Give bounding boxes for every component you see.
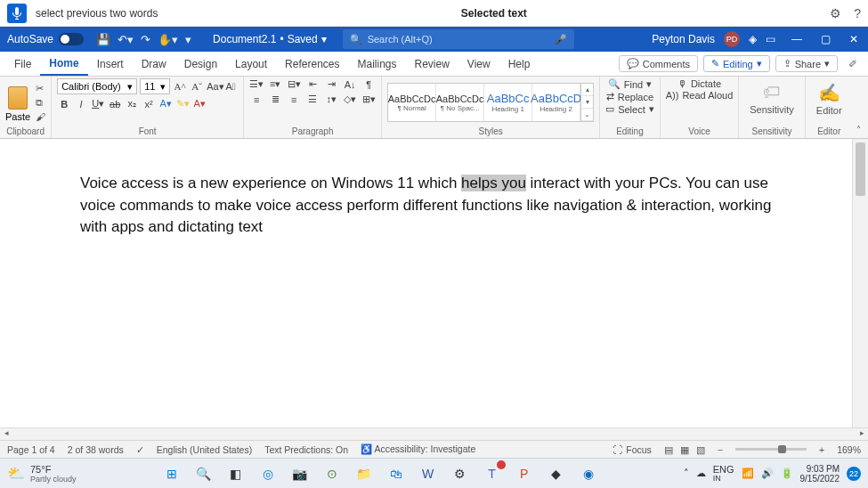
style-heading2[interactable]: AaBbCcDHeading 2	[532, 84, 580, 121]
editing-mode-button[interactable]: ✎ Editing ▾	[703, 55, 770, 72]
style-normal[interactable]: AaBbCcDc¶ Normal	[388, 84, 436, 121]
increase-indent-icon[interactable]: ⇥	[324, 78, 338, 90]
wifi-icon[interactable]: 📶	[742, 468, 754, 479]
paragraph[interactable]: Voice access is a new experience on Wind…	[80, 173, 772, 239]
undo-icon[interactable]: ↶▾	[118, 33, 134, 46]
store-icon[interactable]: 🛍	[385, 462, 408, 485]
battery-icon[interactable]: 🔋	[781, 468, 793, 479]
change-case-icon[interactable]: Aa▾	[207, 81, 221, 93]
clock[interactable]: 9:03 PM 9/15/2022	[800, 464, 840, 484]
tab-draw[interactable]: Draw	[133, 52, 175, 76]
comment-pane-icon[interactable]: ✐	[843, 58, 863, 70]
close-button[interactable]: ✕	[840, 33, 868, 45]
autosave-toggle[interactable]: AutoSave	[0, 33, 91, 45]
sort-icon[interactable]: A↓	[343, 79, 357, 90]
borders-icon[interactable]: ⊞▾	[361, 94, 376, 105]
microphone-icon[interactable]	[7, 4, 27, 23]
text-effects-icon[interactable]: A▾	[158, 98, 173, 110]
style-gallery-more[interactable]: ▴▾⌄	[580, 84, 593, 121]
tab-review[interactable]: Review	[406, 52, 458, 76]
camera-icon[interactable]: 📷	[288, 462, 312, 485]
select-button[interactable]: ▭ Select ▾	[605, 103, 654, 115]
start-icon[interactable]: ⊞	[160, 462, 183, 485]
tab-layout[interactable]: Layout	[226, 52, 276, 76]
dictate-button[interactable]: 🎙 Dictate	[677, 78, 721, 89]
edge-icon[interactable]: ◎	[256, 462, 280, 485]
word-count[interactable]: 2 of 38 words	[68, 444, 124, 455]
powerpoint-icon[interactable]: P	[513, 462, 536, 485]
spellcheck-icon[interactable]: ✓	[136, 444, 144, 455]
tab-file[interactable]: File	[5, 52, 40, 76]
app-icon-2[interactable]: ◉	[577, 462, 600, 485]
format-painter-icon[interactable]: 🖌	[36, 111, 45, 122]
read-mode-icon[interactable]: ▤	[664, 444, 673, 455]
onedrive-icon[interactable]: ☁	[696, 468, 706, 479]
numbering-icon[interactable]: ≡▾	[268, 78, 282, 90]
present-icon[interactable]: ▭	[766, 33, 775, 45]
help-icon[interactable]: ?	[854, 6, 861, 20]
user-name[interactable]: Peyton Davis	[652, 33, 715, 45]
copy-icon[interactable]: ⧉	[36, 97, 45, 109]
font-name-select[interactable]: Calibri (Body)▾	[57, 78, 137, 94]
tab-help[interactable]: Help	[499, 52, 539, 76]
bullets-icon[interactable]: ☰▾	[249, 78, 264, 90]
task-view-icon[interactable]: ◧	[224, 462, 247, 485]
weather-widget[interactable]: ⛅ 75°F Partly cloudy	[7, 464, 77, 484]
replace-button[interactable]: ⇄ Replace	[606, 91, 653, 102]
language-indicator[interactable]: English (United States)	[157, 444, 252, 455]
find-button[interactable]: 🔍 Find ▾	[608, 78, 652, 90]
page-indicator[interactable]: Page 1 of 4	[7, 444, 55, 455]
settings-icon[interactable]: ⚙	[449, 462, 472, 485]
superscript-icon[interactable]: x²	[142, 99, 156, 110]
shrink-font-icon[interactable]: A˘	[190, 81, 204, 92]
tab-home[interactable]: Home	[40, 52, 87, 76]
collapse-ribbon-icon[interactable]: ˄	[853, 77, 865, 138]
save-icon[interactable]: 💾	[96, 33, 110, 46]
qat-customize-icon[interactable]: ▾	[185, 33, 191, 46]
tab-references[interactable]: References	[276, 52, 348, 76]
zoom-level[interactable]: 169%	[837, 444, 861, 455]
scroll-track[interactable]	[12, 428, 856, 440]
clear-format-icon[interactable]: A⃠	[223, 81, 238, 92]
line-spacing-icon[interactable]: ↕▾	[324, 94, 338, 105]
scroll-left-icon[interactable]: ◂	[0, 428, 12, 440]
tab-insert[interactable]: Insert	[88, 52, 133, 76]
zoom-out-icon[interactable]: −	[718, 444, 723, 455]
minimize-button[interactable]: —	[783, 33, 811, 45]
search-icon[interactable]: 🔍	[192, 462, 215, 485]
zoom-slider[interactable]	[735, 448, 807, 451]
underline-icon[interactable]: U▾	[91, 98, 105, 110]
sensitivity-button[interactable]: 🏷 Sensitivity	[744, 78, 799, 126]
bold-icon[interactable]: B	[57, 99, 71, 110]
redo-icon[interactable]: ↷	[141, 33, 150, 46]
diamond-icon[interactable]: ◈	[749, 33, 757, 45]
word-icon[interactable]: W	[417, 462, 440, 485]
tab-mailings[interactable]: Mailings	[348, 52, 405, 76]
comments-button[interactable]: 💬 Comments	[619, 55, 698, 72]
microphone-icon[interactable]: 🎤	[555, 34, 567, 45]
subscript-icon[interactable]: x₂	[125, 98, 139, 110]
avatar[interactable]: PD	[724, 31, 740, 47]
shading-icon[interactable]: ◇▾	[343, 94, 357, 105]
multilevel-icon[interactable]: ⊟▾	[287, 78, 301, 90]
style-gallery[interactable]: AaBbCcDc¶ Normal AaBbCcDc¶ No Spac... Aa…	[387, 83, 594, 122]
align-center-icon[interactable]: ≣	[268, 94, 282, 105]
volume-icon[interactable]: 🔊	[761, 468, 774, 479]
text-predictions-indicator[interactable]: Text Predictions: On	[264, 444, 348, 455]
italic-icon[interactable]: I	[74, 99, 88, 110]
horizontal-scrollbar[interactable]: ◂ ▸	[0, 427, 868, 440]
focus-button[interactable]: ⛶ Focus	[613, 444, 652, 455]
gear-icon[interactable]: ⚙	[830, 6, 841, 20]
justify-icon[interactable]: ☰	[305, 94, 320, 105]
share-button[interactable]: ⇪ Share ▾	[775, 55, 838, 72]
strikethrough-icon[interactable]: ab	[108, 99, 122, 110]
search-input[interactable]: 🔍 Search (Alt+Q) 🎤	[343, 29, 574, 49]
toggle-icon[interactable]	[59, 33, 84, 45]
scroll-right-icon[interactable]: ▸	[856, 428, 868, 440]
print-layout-icon[interactable]: ▦	[680, 444, 689, 455]
font-color-icon[interactable]: A▾	[192, 98, 207, 110]
maximize-button[interactable]: ▢	[811, 33, 840, 45]
notification-badge[interactable]: 22	[847, 467, 861, 481]
touch-mode-icon[interactable]: ✋▾	[158, 33, 178, 46]
font-size-select[interactable]: 11▾	[140, 78, 170, 94]
